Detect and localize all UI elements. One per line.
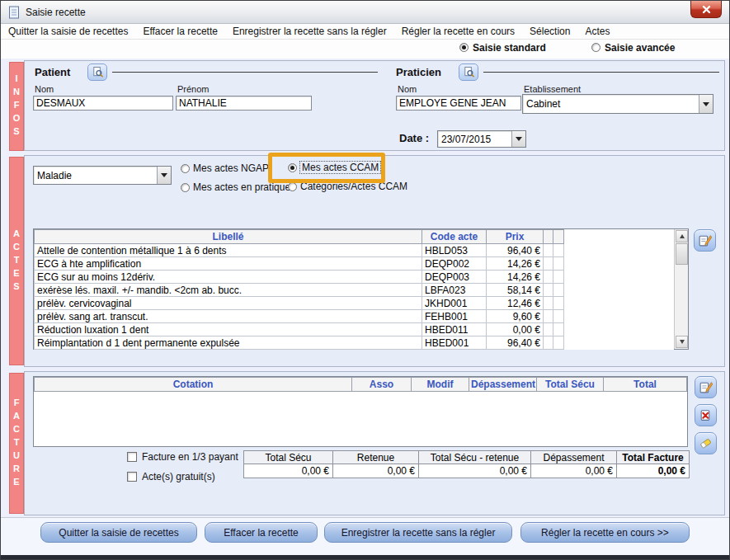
acte-prix-cell[interactable]: 14,26 €: [487, 257, 544, 271]
extra-column-header: [553, 230, 564, 244]
tab-facture[interactable]: FACTURE: [9, 373, 24, 514]
delete-facture-line-button[interactable]: [695, 404, 717, 426]
libelle-column-header[interactable]: Libellé: [35, 230, 422, 244]
prix-column-header[interactable]: Prix: [487, 230, 544, 244]
acte-row[interactable]: exérèse lés. maxil. +/- mandib. <2cm ab.…: [35, 284, 674, 297]
date-select[interactable]: 23/07/2015: [437, 130, 526, 148]
acte-libelle-cell[interactable]: prélèv. cervicovaginal: [35, 297, 422, 310]
acte-libelle-cell[interactable]: exérèse lés. maxil. +/- mandib. <2cm ab.…: [35, 284, 422, 297]
actes-categories-label: Catégories/Actes CCAM: [300, 181, 407, 192]
depassement-column-header[interactable]: Dépassement: [469, 378, 537, 392]
acte-row[interactable]: Réduction luxation 1 dentHBED0110,00 €: [35, 323, 674, 336]
acte-row[interactable]: Réimplantation d 1 dent permanente expul…: [35, 336, 674, 350]
acte-prix-cell[interactable]: 96,40 €: [487, 244, 544, 257]
regler-recette-button[interactable]: Régler la recette en cours >>: [520, 522, 690, 543]
scrollbar-thumb[interactable]: [676, 243, 688, 265]
saisie-avancee-radio[interactable]: [591, 43, 600, 52]
menu-enregistrer[interactable]: Enregistrer la recette sans la régler: [225, 24, 394, 39]
totals-total-secu-header: Total Sécu: [244, 451, 333, 464]
patient-prenom-input[interactable]: [176, 96, 312, 111]
acte-code-cell[interactable]: FEHB001: [422, 310, 487, 323]
edit-acte-button[interactable]: [694, 229, 716, 252]
actes-ccam-radio[interactable]: [288, 163, 297, 172]
etablissement-dropdown-arrow[interactable]: [699, 95, 713, 113]
menu-selection[interactable]: Sélection: [522, 24, 577, 39]
regime-dropdown-arrow[interactable]: [157, 167, 171, 184]
menu-actes[interactable]: Actes: [577, 24, 617, 39]
acte-extra-cell: [544, 310, 553, 323]
acte-prix-cell[interactable]: 96,40 €: [487, 336, 544, 350]
actes-pratique-radio[interactable]: [181, 183, 190, 192]
acte-code-cell[interactable]: LBFA023: [422, 284, 487, 297]
acte-filler-cell: [564, 336, 674, 350]
tab-infos[interactable]: INFOS: [9, 62, 24, 151]
date-dropdown-arrow[interactable]: [511, 131, 525, 147]
etablissement-select[interactable]: Cabinet: [522, 94, 714, 114]
menu-quitter[interactable]: Quitter la saisie de recettes: [1, 24, 135, 39]
praticien-nom-input[interactable]: [396, 96, 521, 111]
acte-libelle-cell[interactable]: Réduction luxation 1 dent: [35, 323, 422, 336]
patient-legend: Patient: [35, 66, 70, 78]
footer-bar: Quitter la saisie de recettes Effacer la…: [1, 517, 729, 555]
acte-libelle-cell[interactable]: ECG à hte amplification: [35, 257, 422, 271]
cotation-column-header[interactable]: Cotation: [35, 378, 352, 392]
erase-facture-button[interactable]: [695, 432, 717, 454]
acte-prix-cell[interactable]: 58,14 €: [487, 284, 544, 297]
window-bottom-border: [1, 555, 729, 560]
patient-search-button[interactable]: [87, 64, 107, 81]
total-secu-column-header[interactable]: Total Sécu: [537, 378, 604, 392]
scroll-up-icon[interactable]: [676, 230, 688, 242]
actes-table-scrollbar[interactable]: [674, 229, 688, 349]
edit-facture-line-button[interactable]: [695, 376, 717, 398]
acte-code-cell[interactable]: HBED011: [422, 323, 487, 336]
totals-depassement-header: Dépassement: [531, 451, 617, 464]
menu-effacer[interactable]: Effacer la recette: [135, 24, 225, 39]
asso-column-header[interactable]: Asso: [352, 378, 412, 392]
actes-gratuits-checkbox[interactable]: [127, 472, 137, 482]
acte-code-cell[interactable]: HBED001: [422, 336, 487, 350]
acte-code-cell[interactable]: DEQP003: [422, 271, 487, 284]
acte-code-cell[interactable]: HBLD053: [422, 244, 487, 257]
patient-nom-label: Nom: [35, 84, 54, 94]
regime-select[interactable]: Maladie: [33, 166, 172, 185]
acte-libelle-cell[interactable]: prélèv. sang art. transcut.: [35, 310, 422, 323]
total-column-header[interactable]: Total: [604, 378, 687, 392]
enregistrer-recette-button[interactable]: Enregistrer la recette sans la régler: [324, 522, 512, 543]
actes-ngap-radio[interactable]: [181, 164, 190, 173]
modif-column-header[interactable]: Modif: [412, 378, 469, 392]
acte-libelle-cell[interactable]: ECG sur au moins 12dériv.: [35, 271, 422, 284]
acte-prix-cell[interactable]: 9,60 €: [487, 310, 544, 323]
close-button[interactable]: [690, 1, 722, 18]
app-icon: [8, 6, 20, 22]
acte-filler-cell: [564, 297, 674, 310]
acte-code-cell[interactable]: JKHD001: [422, 297, 487, 310]
saisie-standard-radio[interactable]: [459, 43, 469, 52]
tab-actes[interactable]: ACTES: [9, 157, 24, 365]
menu-regler[interactable]: Régler la recette en cours: [394, 24, 522, 39]
code-acte-column-header[interactable]: Code acte: [422, 230, 487, 244]
effacer-recette-button[interactable]: Effacer la recette: [205, 522, 318, 543]
total-facture-value: 0,00 €: [617, 464, 690, 478]
acte-row[interactable]: prélèv. sang art. transcut.FEHB0019,60 €: [35, 310, 674, 323]
quitter-saisie-button[interactable]: Quitter la saisie de recettes: [40, 522, 197, 543]
acte-row[interactable]: prélèv. cervicovaginalJKHD00112,46 €: [35, 297, 674, 310]
facture-header-row: Cotation Asso Modif Dépassement Total Sé…: [35, 378, 687, 392]
patient-nom-input[interactable]: [33, 96, 173, 111]
filler-column-header: [564, 230, 674, 244]
scroll-down-icon[interactable]: [676, 336, 688, 348]
praticien-search-button[interactable]: [459, 64, 478, 81]
acte-extra-cell: [553, 336, 564, 350]
actes-ngap-label: Mes actes NGAP: [193, 162, 269, 174]
tiers-payant-checkbox[interactable]: [127, 452, 137, 462]
window-title: Saisie recette: [26, 7, 86, 18]
acte-row[interactable]: ECG à hte amplificationDEQP00214,26 €: [35, 257, 674, 271]
acte-libelle-cell[interactable]: Réimplantation d 1 dent permanente expul…: [35, 336, 422, 350]
acte-libelle-cell[interactable]: Attelle de contention métallique 1 à 6 d…: [35, 244, 422, 257]
acte-row[interactable]: Attelle de contention métallique 1 à 6 d…: [35, 244, 674, 257]
acte-code-cell[interactable]: DEQP002: [422, 257, 487, 271]
acte-prix-cell[interactable]: 0,00 €: [487, 323, 544, 336]
actes-categories-radio[interactable]: [288, 182, 297, 191]
acte-prix-cell[interactable]: 14,26 €: [487, 271, 544, 284]
acte-prix-cell[interactable]: 12,46 €: [487, 297, 544, 310]
acte-row[interactable]: ECG sur au moins 12dériv.DEQP00314,26 €: [35, 271, 674, 284]
